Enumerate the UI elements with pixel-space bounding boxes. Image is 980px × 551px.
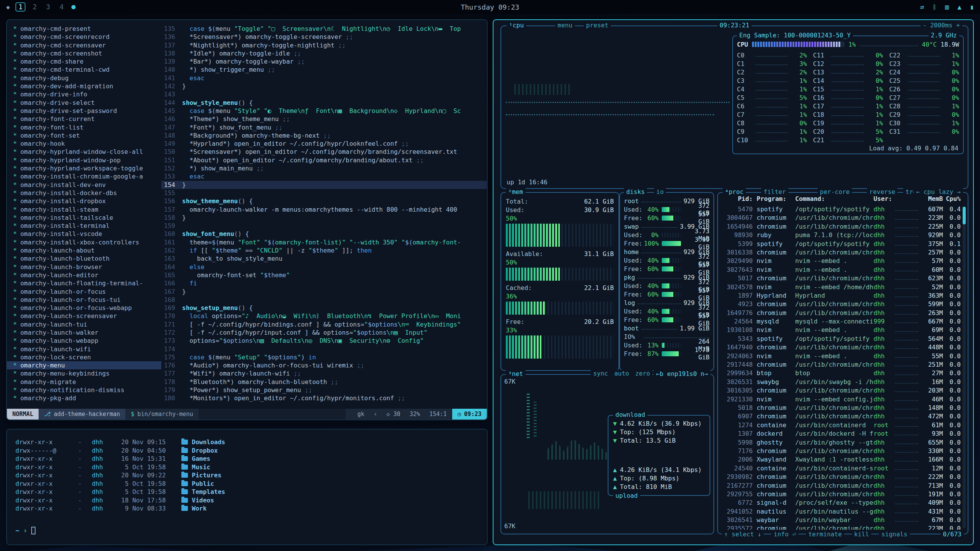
code-line[interactable]: 140 *) show_trigger_menu ;;: [161, 66, 487, 74]
tree-item[interactable]: *omarchy-migrate: [7, 378, 161, 386]
code-line[interactable]: 149 *Hyprland*) open_in_editor ~/.config…: [161, 140, 487, 148]
proc-row[interactable]: 3029490nvimnvim --embed .dhh57M0.0: [722, 257, 961, 265]
tree-item[interactable]: *omarchy-launch-tui: [7, 320, 161, 329]
shell-prompt[interactable]: ~ ›: [15, 527, 35, 534]
code-line[interactable]: 159: [161, 222, 487, 230]
tree-item[interactable]: *omarchy-menu-keybindings: [7, 369, 161, 377]
tree-item[interactable]: *omarchy-debug: [7, 74, 161, 82]
code-line[interactable]: 176 *Audio*) omarchy-launch-or-focus-tui…: [161, 361, 487, 369]
code-line[interactable]: 158}: [161, 214, 487, 222]
proc-row[interactable]: 1930108nvimnvim --embed .dhh69M0.0: [722, 326, 961, 334]
io-mode-toggle[interactable]: io: [654, 188, 666, 196]
tree-item[interactable]: *omarchy-cmd-screenshot: [7, 49, 161, 57]
code-line[interactable]: 165 omarchy-font-set "$theme": [161, 271, 487, 279]
tree-item[interactable]: *omarchy-cmd-screensaver: [7, 41, 161, 49]
proc-row[interactable]: 24564mysqldmysqld --max-connection999667…: [722, 317, 961, 326]
code-line[interactable]: 141 esac: [161, 74, 487, 82]
proc-row[interactable]: 1897HyprlandHyprlanddhh363M0.0: [722, 292, 961, 300]
tree-item[interactable]: *omarchy-launch-about: [7, 246, 161, 254]
proc-footer-action[interactable]: ↑ select ↓: [722, 530, 764, 539]
code-line[interactable]: 157 omarchy-launch-walker -m menus:omarc…: [161, 206, 487, 214]
code-line[interactable]: 179 *Power*) show_setup_power_menu ;;: [161, 386, 487, 394]
wifi-icon[interactable]: ▲: [958, 3, 961, 11]
proc-row[interactable]: 1654946chromium/usr/lib/chromium/chromdh…: [722, 222, 961, 231]
code-line[interactable]: 151 *About*) open_in_editor ~/.config/om…: [161, 156, 487, 164]
code-line[interactable]: 154}: [161, 181, 487, 189]
tree-item[interactable]: *omarchy-install-terminal: [7, 222, 161, 230]
menu-button[interactable]: menu: [555, 21, 575, 30]
code-line[interactable]: 138 *Idle*) omarchy-toggle-idle ;;: [161, 49, 487, 57]
code-line[interactable]: 142}: [161, 82, 487, 90]
net-sync-toggle[interactable]: sync: [593, 370, 608, 377]
code-line[interactable]: 156show_theme_menu() {: [161, 197, 487, 205]
update-interval-control[interactable]: - 2000ms +: [921, 21, 962, 30]
code-line[interactable]: 166 fi: [161, 279, 487, 287]
code-line[interactable]: 150 *Screensaver*) open_in_editor ~/.con…: [161, 148, 487, 156]
tree-item[interactable]: *omarchy-drive-info: [7, 90, 161, 98]
tree-item[interactable]: *omarchy-drive-set-password: [7, 107, 161, 115]
proc-row[interactable]: 1274containe/usr/bin/containerdroot61M0.…: [722, 421, 961, 430]
proc-row[interactable]: 5470spotify/opt/spotify/spotify --dhh607…: [722, 205, 961, 214]
code-line[interactable]: 145 case $(menu "Style" "◐ Theme\nƒ Font…: [161, 107, 487, 115]
tree-item[interactable]: *omarchy-font-set: [7, 131, 161, 140]
proc-row[interactable]: 2999634btopbtopdhh27M0.0: [722, 369, 961, 377]
proc-footer-action[interactable]: info ⏎: [771, 530, 798, 539]
proc-row[interactable]: 2917448chromium/usr/lib/chromium/chromdh…: [722, 361, 961, 369]
tree-item[interactable]: *omarchy-launch-floating-terminal-: [7, 279, 161, 287]
proc-row[interactable]: 3024578nvimnvim --embed /home/dhh/dhh52M…: [722, 283, 961, 292]
proc-footer-action[interactable]: kill: [852, 530, 872, 539]
network-interface[interactable]: ←b enp191s0 n→: [654, 370, 710, 378]
proc-row[interactable]: 2006XwaylandXwayland :1 -rootless -dhh16…: [722, 455, 961, 464]
tree-item[interactable]: *omarchy-cmd-share: [7, 57, 161, 66]
proc-row[interactable]: 1307dockerd/usr/bin/dockerd -H fd:root93…: [722, 430, 961, 438]
tree-item[interactable]: *omarchy-launch-editor: [7, 271, 161, 279]
proc-row[interactable]: 6907chromium/usr/lib/chromium/chromdhh47…: [722, 412, 961, 421]
tree-item[interactable]: *omarchy-install-steam: [7, 206, 161, 214]
tree-item[interactable]: *omarchy-install-dev-env: [7, 181, 161, 189]
bluetooth-icon[interactable]: ᛒ: [933, 3, 936, 11]
tree-item[interactable]: *omarchy-launch-walker: [7, 329, 161, 337]
tree-item[interactable]: *omarchy-font-current: [7, 115, 161, 123]
code-line[interactable]: 162 if [[ "$theme" == "CNCLD" || -z "$th…: [161, 246, 487, 254]
proc-row[interactable]: 3016305chromium/usr/lib/chromium/chromdh…: [722, 386, 961, 395]
proc-row[interactable]: 5399spotify/opt/spotify/spotify --dhh375…: [722, 240, 961, 248]
tree-item[interactable]: *omarchy-dev-add-migration: [7, 82, 161, 90]
scrollbar-thumb[interactable]: [963, 207, 966, 224]
proc-row[interactable]: 3004667chromium/usr/lib/chromium/chromdh…: [722, 214, 961, 222]
code-line[interactable]: 169show_setup_menu() {: [161, 304, 487, 312]
code-line[interactable]: 143: [161, 90, 487, 98]
proc-row[interactable]: 5343spotify/opt/spotify/spotifydhh564M0.…: [722, 335, 961, 343]
tree-item[interactable]: *omarchy-install-chromium-google-a: [7, 172, 161, 180]
tree-item[interactable]: *omarchy-hyprland-window-pop: [7, 156, 161, 164]
tree-item[interactable]: *omarchy-cmd-screenrecord: [7, 33, 161, 41]
tree-item[interactable]: *omarchy-install-tailscale: [7, 214, 161, 222]
cpu-usage-icon[interactable]: ▥: [945, 3, 949, 11]
code-line[interactable]: 178 *Bluetooth*) omarchy-launch-bluetoot…: [161, 378, 487, 386]
code-line[interactable]: 173 options="$options\n▧ Defaults\n◎ DNS…: [161, 337, 487, 345]
code-line[interactable]: 146 *Theme*) show_theme_menu ;;: [161, 115, 487, 123]
code-line[interactable]: 170 local options="♪ Audio\n◒ Wifi\nᛒ Bl…: [161, 312, 487, 320]
proc-reverse-toggle[interactable]: reverse: [867, 188, 897, 196]
tree-item[interactable]: *omarchy-hyprland-window-close-all: [7, 148, 161, 156]
code-line[interactable]: 177 *Wifi*) omarchy-launch-wifi ;;: [161, 369, 487, 377]
tree-item[interactable]: *omarchy-install-dropbox: [7, 197, 161, 205]
proc-row[interactable]: 2921330nvimnvim --embed config.jsodhh46M…: [722, 395, 961, 404]
code-line[interactable]: 147 *Font*) show_font_menu ;;: [161, 123, 487, 131]
proc-footer-action[interactable]: terminate: [806, 530, 844, 539]
tree-item[interactable]: *omarchy-font-list: [7, 123, 161, 131]
proc-row[interactable]: 2924063nvimnvim --embed .dhh55M0.0: [722, 352, 961, 361]
proc-sort-control[interactable]: ← cpu lazy →: [914, 188, 963, 196]
code-line[interactable]: 155: [161, 189, 487, 197]
code-line[interactable]: 160show_font_menu() {: [161, 230, 487, 238]
code-line[interactable]: 135 case $(menu "Toggle" "▢ Screensaver\…: [161, 25, 487, 33]
battery-icon[interactable]: ▮: [970, 3, 974, 11]
tree-item[interactable]: *omarchy-pkg-add: [7, 394, 161, 402]
tree-item[interactable]: *omarchy-launch-or-focus-webapp: [7, 304, 161, 312]
proc-row[interactable]: 5998ghostty/usr/bin/ghostty --gtk-dhh655…: [722, 438, 961, 447]
code-line[interactable]: 148 *Background*) omarchy-theme-bg-next …: [161, 131, 487, 140]
tree-item[interactable]: *omarchy-cmd-present: [7, 25, 161, 33]
tree-item[interactable]: *omarchy-launch-screensaver: [7, 312, 161, 320]
net-zero-toggle[interactable]: zero: [635, 370, 650, 377]
code-line[interactable]: 163 back_to show_style_menu: [161, 254, 487, 263]
proc-row[interactable]: 2930982chromium/usr/lib/chromium/chromdh…: [722, 473, 961, 481]
